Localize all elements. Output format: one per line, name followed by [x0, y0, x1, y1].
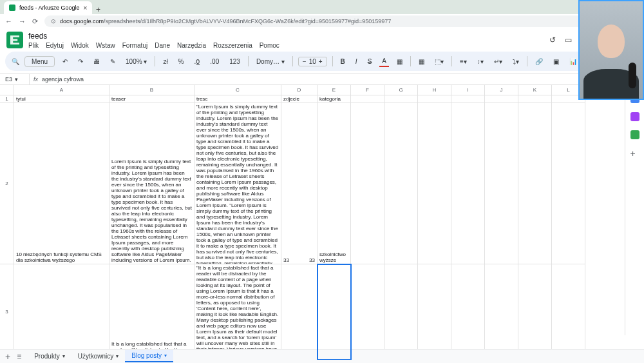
menu-wstaw[interactable]: Wstaw: [96, 42, 115, 49]
col-header-C[interactable]: C: [194, 85, 281, 95]
col-header-D[interactable]: D: [281, 85, 317, 95]
cell[interactable]: [451, 103, 485, 264]
currency-button[interactable]: zł: [160, 57, 170, 66]
fillcolor-button[interactable]: ▦: [394, 57, 405, 66]
comment-add-icon[interactable]: ▣: [551, 57, 562, 66]
cell[interactable]: [351, 95, 384, 103]
contacts-icon[interactable]: [630, 112, 639, 121]
cell[interactable]: kategoria: [317, 95, 351, 103]
cell[interactable]: [384, 264, 418, 360]
cell[interactable]: "Lorem Ipsum is simply dummy text of the…: [194, 103, 281, 264]
strike-button[interactable]: S: [365, 57, 375, 66]
sheet-tab[interactable]: Produkty ▾: [28, 350, 71, 362]
col-header-K[interactable]: K: [518, 85, 552, 95]
search-icon[interactable]: 🔍: [12, 58, 19, 65]
link-icon[interactable]: 🔗: [533, 57, 545, 66]
redo-icon[interactable]: ↷: [75, 57, 86, 66]
cell[interactable]: [418, 264, 451, 360]
dec-increase[interactable]: .00: [207, 57, 222, 66]
doc-name[interactable]: feeds: [28, 32, 544, 41]
zoom-select[interactable]: 100% ▾: [123, 57, 149, 66]
cell[interactable]: [418, 103, 451, 264]
chart-icon[interactable]: 📊: [567, 57, 580, 66]
new-tab-button[interactable]: +: [92, 5, 104, 14]
paint-icon[interactable]: ✎: [108, 57, 118, 66]
cell[interactable]: It is a long established fact that a rea…: [109, 264, 194, 360]
sheet-tab[interactable]: Blog posty ▾: [125, 350, 173, 362]
cell[interactable]: [14, 264, 109, 360]
cell[interactable]: [281, 264, 317, 360]
undo-icon[interactable]: ↶: [60, 57, 70, 66]
sheets-logo-icon[interactable]: [6, 32, 23, 48]
cell[interactable]: szkolnictwo wyższe: [317, 103, 351, 264]
row-header-3[interactable]: 3: [0, 264, 14, 360]
menu-rozszerzenia[interactable]: Rozszerzenia: [213, 42, 252, 49]
sheet-tab[interactable]: Użytkownicy ▾: [71, 350, 126, 362]
cell[interactable]: Lorem Ipsum is simply dummy text of the …: [109, 103, 194, 264]
add-panel-icon[interactable]: +: [630, 148, 639, 157]
cell[interactable]: [485, 103, 518, 264]
fontsize-box[interactable]: − 10 +: [298, 57, 327, 66]
cell[interactable]: [552, 103, 585, 264]
col-header-B[interactable]: B: [109, 85, 194, 95]
wrap-button[interactable]: ↵▾: [491, 57, 505, 66]
col-header-A[interactable]: A: [14, 85, 109, 95]
font-select[interactable]: Domy… ▾: [254, 57, 287, 66]
menu-plik[interactable]: Plik: [28, 42, 39, 49]
merge-button[interactable]: ⬚▾: [432, 57, 446, 66]
select-all-corner[interactable]: [0, 85, 14, 95]
cell[interactable]: [518, 95, 552, 103]
cells-area[interactable]: tytulteasertresczdjeciekategoria10 niezb…: [14, 95, 644, 360]
cell[interactable]: teaser: [109, 95, 194, 103]
cell[interactable]: [518, 103, 552, 264]
cell[interactable]: [317, 264, 351, 360]
menu-formatuj[interactable]: Formatuj: [122, 42, 147, 49]
number-format[interactable]: 123: [227, 57, 243, 66]
menu-dane[interactable]: Dane: [155, 42, 170, 49]
row-header-1[interactable]: 1: [0, 95, 14, 103]
row-header-2[interactable]: 2: [0, 103, 14, 264]
menu-pomoc[interactable]: Pomoc: [260, 42, 279, 49]
back-icon[interactable]: ←: [5, 17, 12, 25]
cell[interactable]: [485, 264, 518, 360]
browser-tab[interactable]: feeds - Arkusze Google ×: [4, 1, 92, 14]
col-header-E[interactable]: E: [317, 85, 351, 95]
formula-value[interactable]: agencja cyfrowa: [42, 76, 84, 83]
print-icon[interactable]: 🖶: [91, 57, 102, 66]
col-header-J[interactable]: J: [485, 85, 518, 95]
bold-button[interactable]: B: [338, 57, 348, 66]
dec-decrease[interactable]: .0̲: [192, 57, 203, 66]
cell[interactable]: zdjecie: [281, 95, 317, 103]
cell[interactable]: [418, 95, 451, 103]
url-box[interactable]: ⊙ docs.google.com/spreadsheets/d/1IlhR8p…: [44, 15, 586, 27]
col-header-I[interactable]: I: [451, 85, 485, 95]
italic-button[interactable]: I: [353, 57, 360, 66]
menu-edytuj[interactable]: Edytuj: [46, 42, 64, 49]
comment-icon[interactable]: ▭: [565, 35, 572, 44]
percent-button[interactable]: %: [176, 57, 187, 66]
cell[interactable]: [351, 103, 384, 264]
menu-narzędzia[interactable]: Narzędzia: [177, 42, 206, 49]
textcolor-button[interactable]: A: [379, 56, 389, 67]
all-sheets-button[interactable]: ≡: [17, 352, 21, 361]
name-box[interactable]: E3 ▾: [0, 74, 30, 84]
cell[interactable]: tresc: [194, 95, 281, 103]
close-tab-icon[interactable]: ×: [84, 5, 88, 12]
rotate-button[interactable]: ⤵▾: [510, 57, 522, 66]
maps-icon[interactable]: [630, 130, 639, 139]
history-icon[interactable]: ↺: [549, 35, 556, 44]
forward-icon[interactable]: →: [19, 17, 26, 25]
cell[interactable]: 33: [281, 103, 317, 264]
cell[interactable]: "It is a long established fact that a re…: [194, 264, 281, 360]
halign-button[interactable]: ≡▾: [457, 57, 469, 66]
cell[interactable]: [384, 95, 418, 103]
cell[interactable]: tytul: [14, 95, 109, 103]
cell[interactable]: [552, 264, 585, 360]
reload-icon[interactable]: ⟳: [32, 17, 38, 26]
cell[interactable]: 10 niezbędnych funkcji systemu CMS dla s…: [14, 103, 109, 264]
cell[interactable]: [351, 264, 384, 360]
cell[interactable]: [451, 264, 485, 360]
add-sheet-button[interactable]: +: [5, 351, 10, 362]
col-header-F[interactable]: F: [351, 85, 384, 95]
menu-button[interactable]: Menu: [24, 56, 55, 67]
